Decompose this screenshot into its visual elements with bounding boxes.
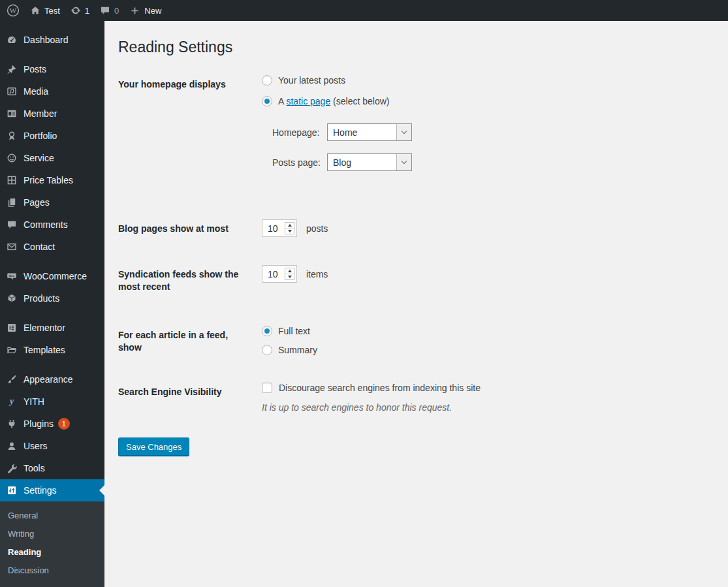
updates-icon xyxy=(71,5,81,16)
checkbox-icon[interactable] xyxy=(262,383,272,393)
sliders-icon xyxy=(5,484,18,497)
blog-pages-label: Blog pages show at most xyxy=(118,219,262,235)
radio-button-icon[interactable] xyxy=(262,345,272,355)
settings-submenu: GeneralWritingReadingDiscussion xyxy=(0,501,104,587)
pages-icon xyxy=(5,196,18,209)
sidebar-item-dashboard[interactable]: Dashboard xyxy=(0,29,104,51)
main-content: Reading Settings Your homepage displays … xyxy=(104,21,728,587)
sidebar-menu: DashboardPostsMediaMemberPortfolioServic… xyxy=(0,21,104,501)
sidebar-item-service[interactable]: Service xyxy=(0,147,104,169)
comments-bubble-icon xyxy=(100,5,110,16)
sidebar-item-label: Posts xyxy=(24,64,46,74)
comments-count: 0 xyxy=(114,6,119,16)
sidebar-item-products[interactable]: Products xyxy=(0,287,104,309)
posts-page-select-label: Posts page: xyxy=(272,157,327,168)
smiley-icon xyxy=(5,151,18,165)
radio-button-icon[interactable] xyxy=(262,75,272,86)
form-row-feed-article: For each article in a feed, show Full te… xyxy=(118,326,715,355)
sidebar-item-label: Member xyxy=(24,108,57,119)
sidebar-item-label: WooCommerce xyxy=(24,271,87,281)
sidebar-item-comments[interactable]: Comments xyxy=(0,214,104,236)
sidebar-item-label: Media xyxy=(24,86,48,97)
sidebar-item-pages[interactable]: Pages xyxy=(0,191,104,214)
site-name-menu[interactable]: Test xyxy=(25,0,65,21)
search-visibility-label: Search Engine Visibility xyxy=(118,383,262,398)
new-content-menu[interactable]: New xyxy=(124,0,166,21)
site-name-label: Test xyxy=(44,6,60,16)
sidebar-item-settings[interactable]: Settings xyxy=(0,479,104,501)
sidebar-item-elementor[interactable]: Elementor xyxy=(0,317,104,339)
wordpress-logo-icon: W xyxy=(7,4,20,17)
menu-separator xyxy=(0,258,104,265)
save-changes-button[interactable]: Save Changes xyxy=(118,437,189,456)
form-row-blog-pages: Blog pages show at most posts xyxy=(118,219,715,237)
yith-icon: y xyxy=(5,395,18,408)
sidebar-item-label: Plugins xyxy=(24,419,54,429)
posts-page-select[interactable]: Blog xyxy=(327,153,412,171)
grid-icon xyxy=(5,174,18,187)
sidebar-item-label: Portfolio xyxy=(24,131,57,141)
sidebar-item-users[interactable]: Users xyxy=(0,435,104,457)
homepage-select-row: Homepage: Home xyxy=(272,123,412,141)
radio-static-page-label: A static page (select below) xyxy=(278,96,389,106)
sidebar-item-templates[interactable]: Templates xyxy=(0,339,104,361)
pushpin-icon xyxy=(5,63,18,76)
sidebar-item-tools[interactable]: Tools xyxy=(0,457,104,479)
new-label: New xyxy=(144,6,161,16)
radio-summary[interactable]: Summary xyxy=(262,345,317,355)
homepage-select-label: Homepage: xyxy=(272,127,327,138)
submenu-item-writing[interactable]: Writing xyxy=(0,525,104,543)
submenu-item-reading[interactable]: Reading xyxy=(0,543,104,562)
svg-text:y: y xyxy=(8,396,14,406)
wp-logo-menu[interactable]: W xyxy=(1,0,25,21)
discourage-indexing-checkbox-row[interactable]: Discourage search engines from indexing … xyxy=(262,383,481,393)
sidebar-item-posts[interactable]: Posts xyxy=(0,58,104,80)
admin-sidebar: DashboardPostsMediaMemberPortfolioServic… xyxy=(0,21,104,587)
home-icon xyxy=(30,5,40,16)
sidebar-item-yith[interactable]: yYITH xyxy=(0,390,104,413)
sidebar-item-media[interactable]: Media xyxy=(0,80,104,103)
radio-button-icon[interactable] xyxy=(262,326,272,336)
stepper-up-icon[interactable] xyxy=(285,268,294,274)
stepper-down-icon[interactable] xyxy=(285,228,294,234)
elementor-icon xyxy=(5,321,18,334)
radio-static-page[interactable]: A static page (select below) xyxy=(262,96,412,106)
sidebar-item-member[interactable]: Member xyxy=(0,103,104,125)
homepage-select[interactable]: Home xyxy=(327,123,412,141)
sidebar-item-plugins[interactable]: Plugins1 xyxy=(0,413,104,435)
stepper-down-icon[interactable] xyxy=(285,274,294,279)
chevron-down-icon[interactable] xyxy=(396,154,411,170)
sidebar-item-label: Products xyxy=(24,293,59,304)
brush-icon xyxy=(5,373,18,386)
static-page-link[interactable]: static page xyxy=(286,96,330,106)
form-row-syndication: Syndication feeds show the most recent i… xyxy=(118,265,715,293)
number-stepper[interactable] xyxy=(285,268,294,280)
sidebar-item-label: Elementor xyxy=(24,323,65,333)
comments-menu[interactable]: 0 xyxy=(95,0,124,21)
comment-icon xyxy=(5,218,18,231)
sidebar-item-contact[interactable]: Contact xyxy=(0,236,104,258)
sidebar-item-woocommerce[interactable]: WooWooCommerce xyxy=(0,265,104,287)
sidebar-item-label: Dashboard xyxy=(24,35,69,45)
box-icon xyxy=(5,292,18,305)
posts-page-select-value: Blog xyxy=(328,154,396,170)
sidebar-item-appearance[interactable]: Appearance xyxy=(0,368,104,390)
submenu-item-discussion[interactable]: Discussion xyxy=(0,562,104,580)
id-card-icon xyxy=(5,107,18,120)
sidebar-item-price-tables[interactable]: Price Tables xyxy=(0,169,104,191)
menu-separator xyxy=(0,361,104,368)
admin-bar: W Test 1 0 New xyxy=(0,0,728,21)
stepper-up-icon[interactable] xyxy=(285,223,294,228)
sidebar-item-label: Price Tables xyxy=(24,175,73,185)
updates-menu[interactable]: 1 xyxy=(65,0,95,21)
submenu-item-general[interactable]: General xyxy=(0,507,104,525)
radio-button-icon[interactable] xyxy=(262,96,272,106)
radio-latest-posts[interactable]: Your latest posts xyxy=(262,75,412,86)
folder-icon xyxy=(5,343,18,357)
sidebar-item-portfolio[interactable]: Portfolio xyxy=(0,125,104,147)
radio-full-text-label: Full text xyxy=(278,326,310,336)
updates-count: 1 xyxy=(85,6,89,16)
number-stepper[interactable] xyxy=(285,222,294,234)
chevron-down-icon[interactable] xyxy=(396,124,411,140)
radio-full-text[interactable]: Full text xyxy=(262,326,317,336)
